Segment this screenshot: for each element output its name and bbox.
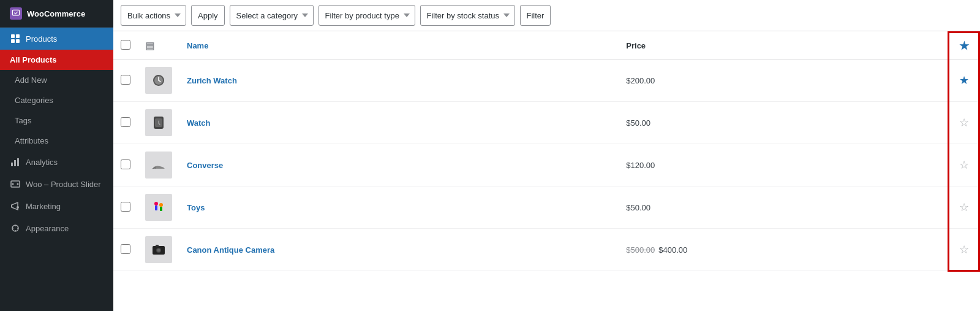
- product-name[interactable]: Canon Antique Camera: [187, 245, 274, 255]
- products-table: ▤ Name Price ★: [113, 31, 980, 272]
- product-thumbnail: [145, 236, 172, 263]
- category-select[interactable]: Select a category: [230, 5, 314, 26]
- svg-point-16: [154, 202, 158, 205]
- row-check-cell: [113, 186, 138, 229]
- row-price-cell: $200.00: [619, 60, 948, 102]
- svg-point-22: [157, 249, 160, 252]
- row-thumb-cell: [138, 186, 179, 229]
- star-icon[interactable]: ☆: [959, 201, 969, 213]
- row-checkbox[interactable]: [121, 244, 130, 254]
- star-icon[interactable]: ☆: [959, 159, 969, 171]
- row-name-cell[interactable]: Watch: [179, 102, 619, 144]
- product-name[interactable]: Zurich Watch: [187, 76, 237, 85]
- row-check-cell: [113, 229, 138, 271]
- categories-label: Categories: [15, 96, 53, 105]
- row-thumb-cell: [138, 229, 179, 271]
- sidebar-item-woo-product-slider[interactable]: Woo – Product Slider: [0, 173, 113, 195]
- sidebar-products-label: Products: [26, 34, 57, 44]
- header-check: [113, 33, 138, 60]
- sidebar-item-appearance[interactable]: Appearance: [0, 217, 113, 239]
- row-price-cell: $120.00: [619, 144, 948, 186]
- marketing-label: Marketing: [26, 202, 61, 211]
- all-products-label: All Products: [10, 55, 57, 64]
- svg-rect-23: [156, 245, 159, 247]
- star-icon[interactable]: ☆: [959, 244, 969, 256]
- row-price-cell: $50.00: [619, 102, 948, 144]
- row-star-cell[interactable]: ☆: [949, 144, 979, 186]
- row-price-cell: $50.00: [619, 186, 948, 229]
- appearance-label: Appearance: [26, 224, 69, 233]
- row-checkbox[interactable]: [121, 202, 130, 212]
- filter-button[interactable]: Filter: [520, 5, 551, 26]
- row-star-cell[interactable]: ☆: [949, 102, 979, 144]
- header-image: ▤: [138, 33, 179, 60]
- row-thumb-cell: [138, 60, 179, 102]
- product-name[interactable]: Watch: [187, 118, 211, 128]
- product-type-select[interactable]: Filter by product type: [318, 5, 415, 26]
- row-check-cell: [113, 102, 138, 144]
- sidebar-item-categories[interactable]: Categories: [0, 90, 113, 110]
- row-checkbox[interactable]: [121, 159, 130, 169]
- header-name[interactable]: Name: [179, 33, 619, 60]
- svg-rect-2: [16, 34, 20, 38]
- analytics-icon: [10, 156, 21, 167]
- svg-rect-19: [160, 207, 162, 211]
- sidebar-item-marketing[interactable]: Marketing: [0, 195, 113, 217]
- woocommerce-icon: [10, 7, 22, 20]
- main-content: Bulk actions Apply Select a category Fil…: [113, 0, 980, 311]
- svg-point-18: [159, 203, 163, 207]
- row-star-cell[interactable]: ☆: [949, 229, 979, 271]
- header-star: ★: [949, 33, 979, 60]
- sidebar-item-analytics[interactable]: Analytics: [0, 151, 113, 173]
- marketing-icon: [10, 201, 21, 212]
- tags-label: Tags: [15, 116, 31, 125]
- row-check-cell: [113, 60, 138, 102]
- row-name-cell[interactable]: Canon Antique Camera: [179, 229, 619, 271]
- svg-rect-7: [17, 158, 19, 166]
- select-all-checkbox[interactable]: [121, 40, 130, 50]
- product-thumbnail: [145, 109, 172, 136]
- row-name-cell[interactable]: Converse: [179, 144, 619, 186]
- header-price: Price: [619, 33, 948, 60]
- stock-status-select[interactable]: Filter by stock status: [420, 5, 515, 26]
- sidebar-item-products[interactable]: Products: [0, 28, 113, 50]
- svg-rect-3: [11, 39, 15, 43]
- product-name[interactable]: Converse: [187, 161, 223, 170]
- row-checkbox[interactable]: [121, 117, 130, 127]
- row-star-cell[interactable]: ★: [949, 60, 979, 102]
- row-price-cell: $500.00$400.00: [619, 229, 948, 271]
- bulk-actions-select[interactable]: Bulk actions: [121, 5, 186, 26]
- svg-point-9: [12, 183, 14, 185]
- row-thumb-cell: [138, 144, 179, 186]
- image-icon: ▤: [145, 40, 154, 51]
- products-icon: [10, 33, 21, 44]
- appearance-icon: [10, 223, 21, 234]
- row-check-cell: [113, 144, 138, 186]
- sidebar-logo[interactable]: WooCommerce: [0, 0, 113, 28]
- row-checkbox[interactable]: [121, 75, 130, 85]
- sidebar-item-attributes[interactable]: Attributes: [0, 131, 113, 151]
- slider-icon: [10, 179, 21, 190]
- products-table-container: ▤ Name Price ★: [113, 31, 980, 311]
- header-star-icon: ★: [959, 40, 969, 52]
- svg-rect-1: [11, 34, 15, 38]
- sidebar-item-tags[interactable]: Tags: [0, 110, 113, 131]
- row-name-cell[interactable]: Zurich Watch: [179, 60, 619, 102]
- woo-product-slider-label: Woo – Product Slider: [26, 180, 101, 189]
- sidebar-item-add-new[interactable]: Add New: [0, 70, 113, 90]
- sidebar-item-all-products[interactable]: All Products: [0, 50, 113, 70]
- star-icon[interactable]: ★: [959, 74, 969, 86]
- product-name[interactable]: Toys: [187, 203, 205, 212]
- row-name-cell[interactable]: Toys: [179, 186, 619, 229]
- woocommerce-label: WooCommerce: [27, 9, 85, 18]
- apply-button[interactable]: Apply: [191, 5, 225, 26]
- add-new-label: Add New: [15, 75, 47, 85]
- svg-rect-17: [155, 205, 157, 210]
- star-icon[interactable]: ☆: [959, 117, 969, 129]
- svg-rect-4: [16, 39, 20, 43]
- row-star-cell[interactable]: ☆: [949, 186, 979, 229]
- svg-rect-6: [14, 160, 16, 166]
- analytics-label: Analytics: [26, 158, 58, 167]
- row-thumb-cell: [138, 102, 179, 144]
- product-thumbnail: [145, 152, 172, 179]
